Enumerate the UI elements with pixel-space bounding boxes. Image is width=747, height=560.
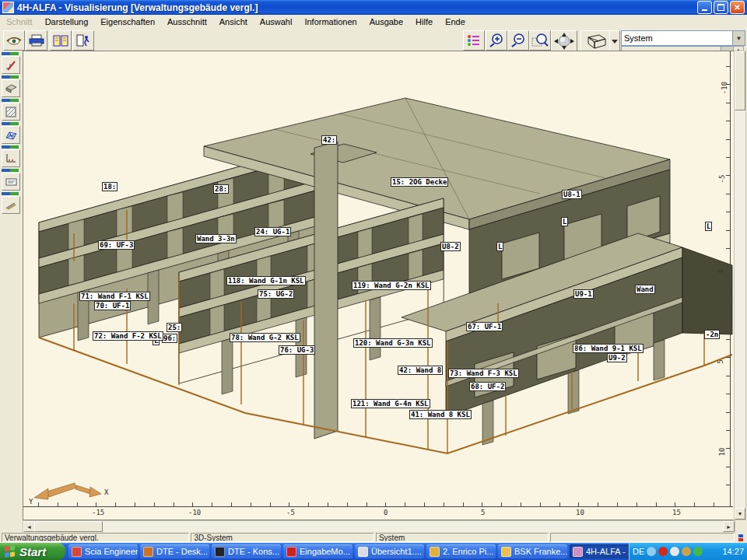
mesh-button[interactable] <box>2 126 20 144</box>
zoom-out-button[interactable] <box>507 30 529 51</box>
right-ruler <box>730 51 731 506</box>
section-3d-button[interactable] <box>2 79 20 97</box>
tray-icon[interactable] <box>682 547 691 556</box>
element-label: 24: UG-1 <box>254 227 291 236</box>
side-toolbar <box>1 52 22 215</box>
tray-icon[interactable] <box>658 547 668 556</box>
slope-button[interactable] <box>2 196 20 214</box>
vertical-scrollbar-thumb[interactable] <box>735 51 745 110</box>
element-label: 28: <box>213 184 229 194</box>
status-section: System <box>376 533 549 542</box>
taskbar-tasks: Scia Engineer DTE - Desk... DTE - Kons..… <box>65 543 629 560</box>
hatch-button[interactable] <box>2 103 20 121</box>
system-tray: DE 14:27 <box>629 543 747 560</box>
element-label: 18: <box>102 182 117 191</box>
element-label: 86: Wand 9-1 KSL <box>573 344 644 353</box>
element-label: Wand 3-3n <box>195 234 237 243</box>
bottom-ruler-number: 5 <box>481 509 485 516</box>
menu-item[interactable]: Informationen <box>298 16 363 28</box>
element-label: U9-1 <box>573 289 594 299</box>
view-eye-button[interactable] <box>3 30 25 51</box>
print-button[interactable] <box>26 30 47 51</box>
start-button[interactable]: Start <box>0 543 65 560</box>
element-label: U8-2 <box>440 242 461 251</box>
view-3d-box-button[interactable] <box>580 30 610 52</box>
taskbar-task-button[interactable]: DTE - Kons... <box>212 544 281 558</box>
element-label: U9-2 <box>607 353 627 362</box>
language-indicator[interactable]: DE <box>633 547 644 556</box>
element-label: 76: UG-3 <box>279 345 315 355</box>
annotation-button[interactable] <box>2 173 20 191</box>
taskbar-task-button[interactable]: 4H-ALFA - ... <box>570 544 629 558</box>
element-label: 72: Wand F-2 KSL <box>93 331 163 341</box>
right-ruler-number: 10 <box>718 448 726 457</box>
element-label: 41: Wand 8 KSL <box>409 410 472 419</box>
scroll-down-button[interactable]: ▼ <box>735 508 745 520</box>
horizontal-scrollbar[interactable]: ◄ ► <box>23 520 735 533</box>
bottom-ruler-number: 0 <box>384 509 388 516</box>
element-label: 68: UF-2 <box>469 382 506 391</box>
menu-item[interactable]: Ende <box>439 16 472 28</box>
work-area: 18: 28: 42: 15: 2OG Decke U8-1 U8-2 69: … <box>0 51 747 532</box>
element-label: 121: Wand G-4n KSL <box>351 399 430 408</box>
vertical-scrollbar[interactable]: ▼ <box>734 51 746 520</box>
chevron-down-icon[interactable]: ▼ <box>732 31 745 45</box>
restore-button[interactable] <box>714 1 728 14</box>
axis-triad: Y X <box>28 479 114 506</box>
taskbar-task-button[interactable]: Übersicht1.... <box>355 544 424 558</box>
toolbar: System ▼ ▼ ▲▼ <box>0 29 747 51</box>
minimize-button[interactable] <box>697 1 712 14</box>
window-title: 4H-ALFA - Visualisierung [Verwaltungsgeb… <box>17 2 258 13</box>
element-label: 69: UF-3 <box>98 240 135 250</box>
right-ruler-number: -10 <box>721 82 728 94</box>
scroll-left-button[interactable]: ◄ <box>23 521 35 532</box>
element-label: 70: UF-1 <box>94 301 131 310</box>
redraw-pen-button[interactable] <box>2 56 20 74</box>
task-app-icon <box>143 547 153 557</box>
element-label: -2n <box>704 330 720 339</box>
right-ruler-number: -5 <box>718 175 726 184</box>
taskbar-task-button[interactable]: EingabeMo... <box>283 544 352 558</box>
element-label: 67: UF-1 <box>466 322 503 331</box>
menu-item[interactable]: Hilfe <box>409 16 439 28</box>
drawing-canvas[interactable]: 18: 28: 42: 15: 2OG Decke U8-1 U8-2 69: … <box>23 51 735 520</box>
menu-item[interactable]: Auswahl <box>254 16 299 28</box>
element-label: 15: 2OG Decke <box>391 177 448 187</box>
close-button[interactable]: ✕ <box>730 1 745 14</box>
element-label: 73: Wand F-3 KSL <box>448 369 519 378</box>
zoom-in-button[interactable] <box>486 30 507 51</box>
render-tree-button[interactable] <box>463 30 485 51</box>
exit-door-button[interactable] <box>72 30 94 51</box>
right-ruler-number: 0 <box>717 268 724 272</box>
menu-item[interactable]: Darstellung <box>39 16 95 28</box>
zoom-window-button[interactable] <box>529 30 551 51</box>
axis-x-label: X <box>104 488 109 496</box>
menu-item[interactable]: Eigenschaften <box>94 16 161 28</box>
dimension-button[interactable] <box>2 149 20 167</box>
axis-y-label: Y <box>29 498 33 506</box>
menu-item[interactable]: Ausgabe <box>363 16 409 28</box>
menu-item[interactable]: Ausschnitt <box>161 16 213 28</box>
pan-button[interactable] <box>551 30 577 52</box>
scroll-right-button[interactable]: ► <box>723 521 735 532</box>
taskbar-task-button[interactable]: DTE - Desk... <box>140 544 209 558</box>
horizontal-scrollbar-thumb[interactable] <box>34 521 103 532</box>
element-label: L <box>705 222 712 231</box>
tray-icon[interactable] <box>693 547 703 556</box>
menu-bar: Schnitt Darstellung Eigenschaften Aussch… <box>0 15 747 30</box>
menu-item[interactable]: Schnitt <box>0 16 39 28</box>
tray-icon[interactable] <box>647 547 656 556</box>
taskbar-task-button[interactable]: 2. Enrico Pi... <box>426 544 496 558</box>
taskbar-task-button[interactable]: BSK Franke... <box>498 544 567 558</box>
status-section: 3D-System <box>191 533 374 542</box>
menu-item[interactable]: Ansicht <box>213 16 254 28</box>
element-label: Wand <box>635 285 655 294</box>
system-combobox-value: System <box>622 33 732 43</box>
view-3d-dropdown[interactable] <box>609 30 620 52</box>
tray-icon[interactable] <box>670 547 679 556</box>
element-label: 42: <box>321 135 337 145</box>
help-book-button[interactable] <box>50 30 72 51</box>
system-combobox[interactable]: System ▼ <box>621 30 745 46</box>
taskbar-task-button[interactable]: Scia Engineer <box>68 544 138 558</box>
task-app-icon <box>215 547 225 557</box>
